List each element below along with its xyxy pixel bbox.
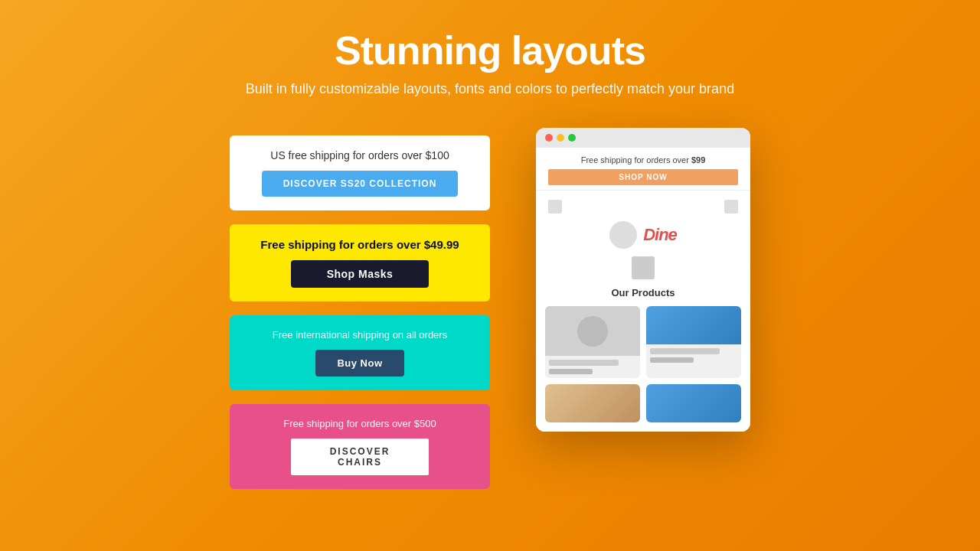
product-card-2	[646, 306, 741, 378]
banner-pink: Free shipping for orders over $500 DISCO…	[230, 404, 490, 489]
product-card-4	[646, 384, 741, 422]
product-price-2	[650, 357, 694, 363]
product-price-1	[549, 369, 593, 374]
banner-yellow-text: Free shipping for orders over $49.99	[260, 238, 459, 251]
banner-white-text: US free shipping for orders over $100	[270, 149, 449, 161]
browser-window: Free shipping for orders over $99 SHOP N…	[536, 128, 750, 432]
main-content: US free shipping for orders over $100 Di…	[0, 112, 980, 551]
page-subtitle: Built in fully customizable layouts, fon…	[15, 81, 965, 97]
banner-white: US free shipping for orders over $100 Di…	[230, 135, 490, 210]
notification-bar: Free shipping for orders over $99 SHOP N…	[536, 148, 750, 191]
page-header: Stunning layouts Built in fully customiz…	[0, 0, 980, 112]
product-info-1	[545, 356, 640, 378]
product-card-3	[545, 384, 640, 422]
app-products-bottom	[545, 384, 741, 422]
browser-content: Free shipping for orders over $99 SHOP N…	[536, 148, 750, 432]
product-name-2	[650, 348, 720, 354]
cart-icon	[724, 200, 738, 214]
product-img-4	[646, 384, 741, 422]
phone-mockup-column: Free shipping for orders over $99 SHOP N…	[536, 128, 750, 432]
notif-label: Free shipping for orders over	[581, 155, 691, 165]
banner-yellow: Free shipping for orders over $49.99 Sho…	[230, 224, 490, 302]
banner-pink-text: Free shipping for orders over $500	[283, 418, 436, 429]
browser-dot-minimize	[557, 134, 564, 142]
product-card-1	[545, 306, 640, 378]
app-brand-name: Dine	[643, 225, 677, 245]
banner-cyan-button[interactable]: Buy Now	[315, 350, 403, 377]
banner-cyan: Free international shipping on all order…	[230, 315, 490, 390]
browser-dot-maximize	[568, 134, 576, 142]
banners-column: US free shipping for orders over $100 Di…	[230, 128, 490, 489]
banner-pink-button[interactable]: DISCOVER CHAIRS	[291, 439, 429, 475]
app-section-title: Our Products	[545, 287, 741, 298]
notif-shop-now-button[interactable]: SHOP NOW	[548, 169, 738, 185]
banner-yellow-button[interactable]: Shop Masks	[291, 260, 429, 288]
app-logo-area: Dine	[545, 221, 741, 249]
page-title: Stunning layouts	[15, 28, 965, 73]
product-img-2	[646, 306, 741, 344]
product-inner-img-1	[577, 316, 608, 347]
product-info-2	[646, 344, 741, 367]
browser-dot-close	[545, 134, 553, 142]
app-nav	[545, 200, 741, 214]
banner-cyan-text: Free international shipping on all order…	[273, 329, 447, 341]
app-products-top	[545, 306, 741, 378]
app-avatar	[609, 221, 637, 249]
app-content: Dine Our Products	[536, 191, 750, 432]
app-promo-badge	[632, 256, 655, 279]
notification-text: Free shipping for orders over $99	[548, 155, 738, 165]
browser-chrome-bar	[536, 128, 750, 148]
product-name-1	[549, 360, 619, 366]
banner-white-button[interactable]: Discover SS20 Collection	[262, 171, 459, 197]
product-img-1	[545, 306, 640, 356]
notif-price: $99	[691, 155, 705, 165]
product-img-3	[545, 384, 640, 422]
hamburger-icon	[548, 200, 562, 214]
